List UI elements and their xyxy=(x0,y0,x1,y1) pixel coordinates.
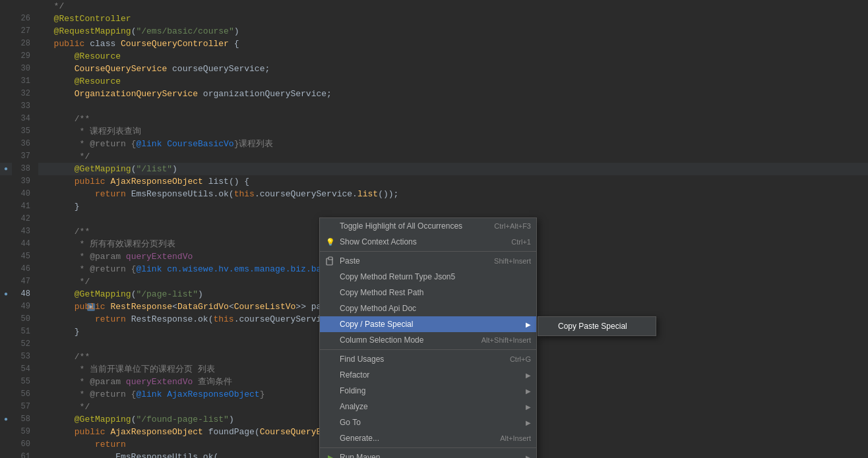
gutter-icon xyxy=(0,451,12,458)
menu-item-run-maven[interactable]: ▶ Run Maven ▶ xyxy=(320,449,536,458)
menu-item-left: ▶ Run Maven xyxy=(325,452,380,458)
line-number: 39 xyxy=(12,175,38,188)
line-content: */ xyxy=(38,0,868,13)
menu-item-label: Copy Method Rest Path xyxy=(340,288,423,297)
line-number: 34 xyxy=(12,113,38,125)
line-number: 61 xyxy=(12,451,38,458)
gutter-icon xyxy=(0,25,12,38)
line-content: */ xyxy=(38,150,868,163)
menu-item-label: Copy / Paste Special xyxy=(340,320,413,329)
highlight-icon xyxy=(325,221,336,231)
empty-icon xyxy=(325,335,336,345)
empty-icon xyxy=(325,272,336,282)
menu-item-toggle-highlight[interactable]: Toggle Highlight of All Occurrences Ctrl… xyxy=(320,218,536,234)
line-number: 26 xyxy=(12,13,38,25)
menu-item-left: Column Selection Mode xyxy=(325,335,423,345)
menu-item-go-to[interactable]: Go To ▶ xyxy=(320,415,536,430)
line-number: 41 xyxy=(12,200,38,213)
line-content: } xyxy=(38,200,868,213)
line-number: 36 xyxy=(12,138,38,150)
menu-item-left: Copy Paste Special xyxy=(543,321,627,331)
menu-item-refactor[interactable]: Refactor ▶ xyxy=(320,367,536,383)
empty-icon xyxy=(325,417,336,428)
gutter-icon xyxy=(0,301,12,313)
empty-icon xyxy=(325,401,336,412)
menu-item-generate[interactable]: Generate... Alt+Insert xyxy=(320,430,536,446)
gutter-icon xyxy=(0,438,12,451)
line-number: 46 xyxy=(12,263,38,275)
copy-paste-submenu: Copy Paste Special xyxy=(538,316,656,336)
menu-item-label: Copy Paste Special xyxy=(558,322,627,331)
code-line: 37 */ xyxy=(0,150,868,163)
gutter-icon xyxy=(0,150,12,163)
line-content: @RestController xyxy=(38,13,868,25)
line-number: 43 xyxy=(12,225,38,238)
gutter-icon xyxy=(0,376,12,388)
line-content: * @return {@link CourseBasicVo}课程列表 xyxy=(38,138,868,150)
menu-item-column-selection[interactable]: Column Selection Mode Alt+Shift+Insert xyxy=(320,332,536,348)
gutter-icon xyxy=(0,0,12,13)
line-number: 37 xyxy=(12,150,38,163)
gutter-icon xyxy=(0,225,12,238)
menu-item-left: Toggle Highlight of All Occurrences xyxy=(325,221,462,231)
line-number: 49 xyxy=(12,301,38,313)
menu-item-copy-method-return[interactable]: Copy Method Return Type Json5 xyxy=(320,269,536,285)
gutter-icon xyxy=(0,50,12,63)
line-number: 29 xyxy=(12,50,38,63)
code-line: 40 return EmsResponseUtils.ok(this.cours… xyxy=(0,188,868,200)
gutter-icon xyxy=(0,338,12,351)
line-content: /** xyxy=(38,113,868,125)
line-number: 30 xyxy=(12,63,38,75)
menu-item-copy-method-rest[interactable]: Copy Method Rest Path xyxy=(320,285,536,301)
menu-item-show-context-actions[interactable]: 💡 Show Context Actions Ctrl+1 xyxy=(320,234,536,250)
menu-item-shortcut: Ctrl+Alt+F3 xyxy=(494,222,531,230)
menu-item-folding[interactable]: Folding ▶ xyxy=(320,383,536,399)
gutter-icon xyxy=(0,238,12,250)
code-line: */ xyxy=(0,0,868,13)
menu-item-copy-paste-special[interactable]: Copy / Paste Special ▶ Copy Paste Specia… xyxy=(320,316,536,332)
code-editor: */ 26 @RestController 27 @RequestMapping… xyxy=(0,0,868,458)
empty-icon xyxy=(325,433,336,444)
gutter-icon xyxy=(0,88,12,100)
gutter-icon xyxy=(0,200,12,213)
submenu-arrow-icon: ▶ xyxy=(526,321,531,328)
menu-item-left: Analyze xyxy=(325,401,368,412)
gutter-icon xyxy=(0,401,12,413)
line-number: 44 xyxy=(12,238,38,250)
menu-separator xyxy=(320,349,536,350)
line-number: 31 xyxy=(12,75,38,88)
menu-item-left: Paste xyxy=(325,256,360,266)
line-number: 51 xyxy=(12,326,38,338)
gutter-icon xyxy=(0,175,12,188)
gutter-icon xyxy=(0,263,12,275)
code-line: 26 @RestController xyxy=(0,13,868,25)
menu-item-left: Generate... xyxy=(325,433,379,444)
line-number: 47 xyxy=(12,275,38,288)
gutter-icon xyxy=(0,313,12,326)
menu-item-left: Go To xyxy=(325,417,361,428)
line-number: 33 xyxy=(12,100,38,113)
gutter-icon xyxy=(0,426,12,438)
menu-item-label: Paste xyxy=(340,256,360,266)
line-number: 58 xyxy=(12,413,38,426)
menu-item-paste[interactable]: Paste Shift+Insert xyxy=(320,253,536,269)
submenu-arrow-icon: ▶ xyxy=(526,387,531,395)
gutter-icon xyxy=(0,213,12,225)
menu-item-label: Find Usages xyxy=(340,355,384,364)
submenu-arrow-icon: ▶ xyxy=(526,403,531,411)
empty-icon xyxy=(325,287,336,298)
menu-item-label: Toggle Highlight of All Occurrences xyxy=(340,221,462,231)
menu-item-copy-method-api[interactable]: Copy Method Api Doc xyxy=(320,301,536,316)
code-line: 29 @Resource xyxy=(0,50,868,63)
menu-item-label: Copy Method Return Type Json5 xyxy=(340,272,455,281)
code-line: 33 xyxy=(0,100,868,113)
line-content: @Resource xyxy=(38,75,868,88)
menu-item-analyze[interactable]: Analyze ▶ xyxy=(320,399,536,415)
empty-icon xyxy=(325,319,336,329)
context-menu: Toggle Highlight of All Occurrences Ctrl… xyxy=(319,217,537,458)
line-number: 35 xyxy=(12,125,38,138)
submenu-item-copy-paste-special[interactable]: Copy Paste Special xyxy=(538,318,656,334)
line-number: 38 xyxy=(12,163,38,175)
menu-item-find-usages[interactable]: Find Usages Ctrl+G xyxy=(320,351,536,367)
code-line: 41 } xyxy=(0,200,868,213)
